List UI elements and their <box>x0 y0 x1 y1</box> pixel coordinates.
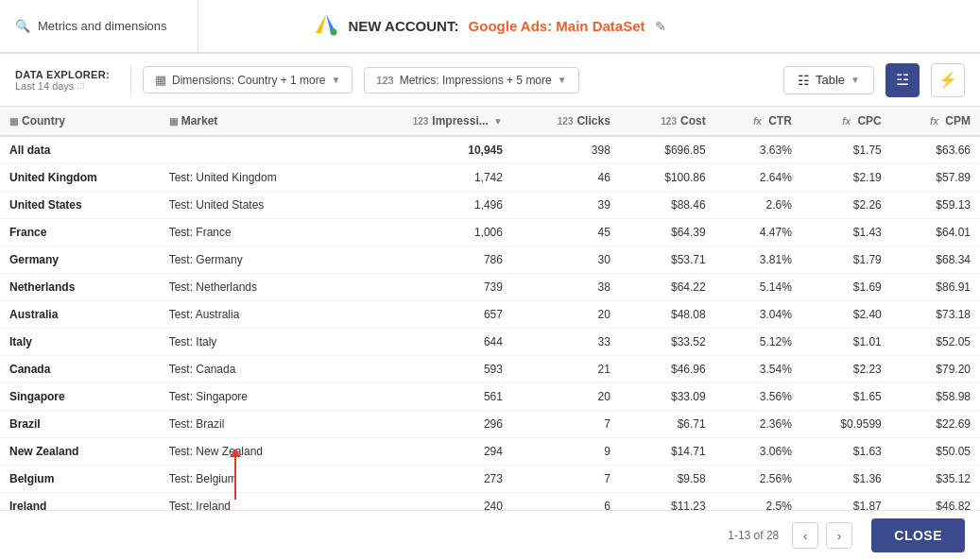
cell-country: Germany <box>0 246 160 274</box>
cell-impressions: 296 <box>349 411 512 438</box>
metrics-button[interactable]: 123 Metrics: Impressions + 5 more ▼ <box>364 67 578 93</box>
svg-marker-0 <box>316 14 326 33</box>
prev-page-button[interactable]: ‹ <box>792 522 818 549</box>
cell-cost: $53.71 <box>620 246 715 274</box>
cell-cpm: $52.05 <box>891 329 980 356</box>
cell-cpm: $22.69 <box>891 411 980 438</box>
table-row: New ZealandTest: New Zealand2949$14.713.… <box>0 438 980 466</box>
col-cpm: fx CPM <box>891 107 980 136</box>
toolbar: DATA EXPLORER: Last 14 days □ ▦ Dimensio… <box>0 54 980 107</box>
col-ctr: fx CTR <box>715 107 801 136</box>
dimensions-button[interactable]: ▦ Dimensions: Country + 1 more ▼ <box>143 66 352 93</box>
metrics-chevron-icon: ▼ <box>558 75 567 85</box>
table-row: SingaporeTest: Singapore56120$33.093.56%… <box>0 383 980 411</box>
cell-clicks: 7 <box>512 411 620 438</box>
filter-button[interactable]: ☳ <box>885 63 920 97</box>
cpc-col-icon: fx <box>842 116 851 127</box>
cell-cpc: $1.63 <box>801 438 891 466</box>
cell-ctr: 3.63% <box>715 136 801 164</box>
cell-impressions: 1,496 <box>349 192 512 219</box>
cell-cpc: $2.23 <box>801 356 891 383</box>
cell-ctr: 5.12% <box>715 329 801 356</box>
table-label: Table <box>816 73 845 87</box>
cell-cpm: $68.34 <box>891 246 980 274</box>
next-page-button[interactable]: › <box>826 522 852 549</box>
cell-cost: $33.09 <box>620 383 715 411</box>
dimensions-label: Dimensions: Country + 1 more <box>172 74 325 87</box>
cell-market: Test: Italy <box>160 329 350 356</box>
cell-market: Test: Canada <box>160 356 350 383</box>
table-wrapper[interactable]: ▦Country ▦Market 123Impressi... ▼ 123Cli… <box>0 107 980 510</box>
cell-clicks: 33 <box>512 329 620 356</box>
cell-ctr: 5.14% <box>715 274 801 301</box>
cell-country: New Zealand <box>0 438 160 466</box>
cell-clicks: 20 <box>512 301 620 329</box>
data-table: ▦Country ▦Market 123Impressi... ▼ 123Cli… <box>0 107 980 510</box>
cell-country: Australia <box>0 301 160 329</box>
metrics-dimensions-tab[interactable]: 🔍 Metrics and dimensions <box>0 0 198 53</box>
cell-cost: $48.08 <box>620 301 715 329</box>
cell-cost: $88.46 <box>620 192 715 219</box>
edit-icon[interactable]: ✎ <box>655 19 666 34</box>
cell-cpc: $2.26 <box>801 192 891 219</box>
cell-cpc: $1.79 <box>801 246 891 274</box>
metrics-num-icon: 123 <box>376 75 393 86</box>
date-range: Last 14 days □ <box>15 80 119 92</box>
cell-ctr: 3.81% <box>715 246 801 274</box>
cell-ctr: 3.56% <box>715 383 801 411</box>
cell-impressions: 1,006 <box>349 219 512 246</box>
cpm-col-icon: fx <box>930 116 938 127</box>
svg-marker-1 <box>326 14 336 33</box>
settings-button[interactable]: ⚡ <box>931 63 965 97</box>
cell-country: United States <box>0 192 160 219</box>
cell-cpc: $1.36 <box>801 466 891 493</box>
cell-clicks: 21 <box>512 356 620 383</box>
filter-icon: ☳ <box>896 71 909 89</box>
arrow-shaft <box>234 456 236 500</box>
country-col-icon: ▦ <box>9 116 18 127</box>
cell-ctr: 2.5% <box>715 493 801 511</box>
footer: 1-13 of 28 ‹ › CLOSE <box>0 510 980 560</box>
cell-market: Test: Australia <box>160 301 350 329</box>
cell-clicks: 398 <box>512 136 620 164</box>
cell-market: Test: Brazil <box>160 411 350 438</box>
col-impressions: 123Impressi... ▼ <box>349 107 512 136</box>
table-view-button[interactable]: ☷ Table ▼ <box>783 66 874 94</box>
cell-clicks: 6 <box>512 493 620 511</box>
cell-cost: $11.23 <box>620 493 715 511</box>
toolbar-divider <box>130 65 131 95</box>
lightning-icon: ⚡ <box>938 71 957 89</box>
table-row: United StatesTest: United States1,49639$… <box>0 192 980 219</box>
cell-ctr: 4.47% <box>715 219 801 246</box>
data-explorer-label: DATA EXPLORER: <box>15 69 119 80</box>
cell-ctr: 3.04% <box>715 301 801 329</box>
impressions-col-icon: 123 <box>413 116 429 127</box>
cell-market: Test: Netherlands <box>160 274 350 301</box>
close-button[interactable]: CLOSE <box>871 518 965 552</box>
outer-header: 🔍 Metrics and dimensions NEW ACCOUNT: Go… <box>0 0 980 53</box>
cell-cpm: $79.20 <box>891 356 980 383</box>
header-dataset: Google Ads: Main DataSet <box>469 18 645 34</box>
cell-cpm: $86.91 <box>891 274 980 301</box>
cell-country: France <box>0 219 160 246</box>
cell-cpm: $64.01 <box>891 219 980 246</box>
cell-cpm: $63.66 <box>891 136 980 164</box>
cell-country: Ireland <box>0 493 160 511</box>
metrics-label: Metrics: Impressions + 5 more <box>400 74 552 87</box>
cell-impressions: 739 <box>349 274 512 301</box>
cell-cost: $33.52 <box>620 329 715 356</box>
cell-cpm: $59.13 <box>891 192 980 219</box>
cell-cpm: $46.82 <box>891 493 980 511</box>
cost-col-icon: 123 <box>661 116 677 127</box>
cell-impressions: 657 <box>349 301 512 329</box>
cell-clicks: 38 <box>512 274 620 301</box>
cell-country: All data <box>0 136 160 164</box>
cell-clicks: 39 <box>512 192 620 219</box>
next-icon: › <box>837 529 841 543</box>
cell-impressions: 273 <box>349 466 512 493</box>
cell-cpm: $57.89 <box>891 164 980 192</box>
toolbar-left: DATA EXPLORER: Last 14 days □ <box>15 69 119 92</box>
cell-country: Netherlands <box>0 274 160 301</box>
cell-ctr: 2.36% <box>715 411 801 438</box>
cell-market: Test: Ireland <box>160 493 350 511</box>
